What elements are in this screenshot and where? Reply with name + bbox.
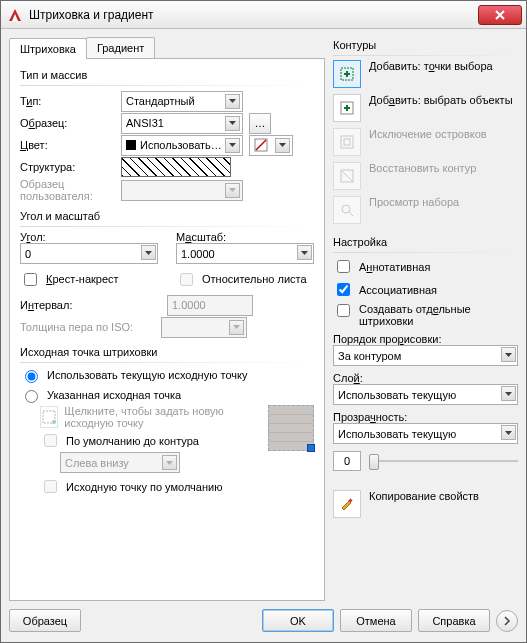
origin-group-title: Исходная точка штриховки (20, 346, 314, 358)
add-select-objects-button[interactable] (333, 94, 361, 122)
default-to-contour-checkbox: По умолчанию до контура (40, 431, 262, 450)
type-label: Тип: (20, 95, 115, 107)
expand-button[interactable] (496, 610, 518, 632)
iso-pen-combo (161, 317, 247, 338)
bgcolor-combo[interactable] (249, 135, 293, 156)
contours-title: Контуры (333, 39, 518, 51)
angle-label: Угол: (20, 231, 158, 243)
structure-swatch[interactable] (121, 157, 231, 177)
sample-combo[interactable]: ANSI31 (121, 113, 243, 134)
add-pick-points-button[interactable] (333, 60, 361, 88)
scale-label: Масштаб: (176, 231, 314, 243)
help-button[interactable]: Справка (418, 609, 490, 632)
window-title: Штриховка и градиент (29, 8, 478, 22)
user-sample-label: Образец пользователя: (20, 178, 115, 202)
origin-position-combo: Слева внизу (60, 452, 180, 473)
type-group-title: Тип и массив (20, 69, 314, 81)
tab-hatch[interactable]: Штриховка (9, 38, 87, 59)
associative-checkbox[interactable]: Ассоциативная (333, 280, 518, 299)
interval-label: Интервал: (20, 299, 115, 311)
interval-input (167, 295, 253, 316)
iso-pen-label: Толщина пера по ISO: (20, 321, 155, 333)
chevron-down-icon (297, 245, 312, 260)
layer-combo[interactable]: Использовать текущую (333, 384, 518, 405)
svg-rect-6 (341, 136, 353, 148)
preview-set-label: Просмотр набора (369, 196, 459, 208)
ok-button[interactable]: OK (262, 609, 334, 632)
chevron-down-icon (225, 183, 240, 198)
app-icon (7, 7, 23, 23)
default-origin-checkbox: Исходную точку по умолчанию (40, 477, 262, 496)
origin-specified-radio[interactable]: Указанная исходная точка (20, 387, 314, 403)
chevron-down-icon (225, 116, 240, 131)
svg-point-3 (52, 420, 56, 424)
transparency-label: Прозрачность: (333, 411, 518, 423)
angle-group-title: Угол и масштаб (20, 210, 314, 222)
origin-preview (268, 405, 314, 451)
copy-properties-button[interactable] (333, 490, 361, 518)
origin-current-radio[interactable]: Использовать текущую исходную точку (20, 367, 314, 383)
pick-point-hint: Щелкните, чтобы задать новую исходную то… (64, 405, 262, 429)
chevron-down-icon (501, 347, 516, 362)
footer: Образец OK Отмена Справка (1, 603, 526, 642)
chevron-down-icon (225, 138, 240, 153)
cancel-button[interactable]: Отмена (340, 609, 412, 632)
chevron-down-icon (275, 138, 290, 153)
relative-sheet-checkbox: Относительно листа (176, 270, 314, 289)
tab-strip: Штриховка Градиент (9, 37, 325, 58)
chevron-down-icon (501, 425, 516, 440)
chevron-down-icon (501, 386, 516, 401)
annotative-checkbox[interactable]: Аннотативная (333, 257, 518, 276)
user-sample-combo (121, 180, 243, 201)
close-button[interactable] (478, 5, 522, 25)
crosshatch-checkbox[interactable]: Крест-накрест (20, 270, 158, 289)
none-color-icon (254, 138, 268, 152)
angle-combo[interactable]: 0 (20, 243, 158, 264)
restore-contour-button (333, 162, 361, 190)
settings-title: Настройка (333, 236, 518, 248)
add-pick-points-label[interactable]: Добавить: точки выбора (369, 60, 493, 72)
exclude-islands-label: Исключение островков (369, 128, 487, 140)
transparency-value[interactable]: 0 (333, 451, 361, 471)
sample-label: Образец: (20, 117, 115, 129)
color-label: Цвет: (20, 139, 115, 151)
dialog-window: Штриховка и градиент Штриховка Градиент … (0, 0, 527, 643)
exclude-islands-button (333, 128, 361, 156)
structure-label: Структура: (20, 161, 115, 173)
draw-order-combo[interactable]: За контуром (333, 345, 518, 366)
chevron-down-icon (229, 320, 244, 335)
svg-rect-7 (344, 139, 350, 145)
titlebar[interactable]: Штриховка и градиент (1, 1, 526, 29)
chevron-down-icon (225, 94, 240, 109)
svg-point-9 (342, 205, 350, 213)
chevron-down-icon (141, 245, 156, 260)
tab-gradient[interactable]: Градиент (86, 37, 155, 58)
color-combo[interactable]: Использовать теку (121, 135, 243, 156)
preview-button[interactable]: Образец (9, 609, 81, 632)
pick-point-button (40, 406, 58, 428)
preview-set-button (333, 196, 361, 224)
copy-properties-label[interactable]: Копирование свойств (369, 490, 479, 502)
layer-label: Слой: (333, 372, 518, 384)
transparency-slider[interactable] (369, 451, 518, 471)
chevron-down-icon (162, 455, 177, 470)
separate-hatches-checkbox[interactable]: Создавать отдельные штриховки (333, 303, 518, 327)
restore-contour-label: Восстановить контур (369, 162, 476, 174)
scale-combo[interactable]: 1.0000 (176, 243, 314, 264)
type-combo[interactable]: Стандартный (121, 91, 243, 112)
draw-order-label: Порядок прорисовки: (333, 333, 518, 345)
add-select-objects-label[interactable]: Добавить: выбрать объекты (369, 94, 513, 106)
transparency-combo[interactable]: Использовать текущую (333, 423, 518, 444)
chevron-right-icon (503, 616, 511, 626)
sample-browse-button[interactable]: … (249, 113, 271, 134)
